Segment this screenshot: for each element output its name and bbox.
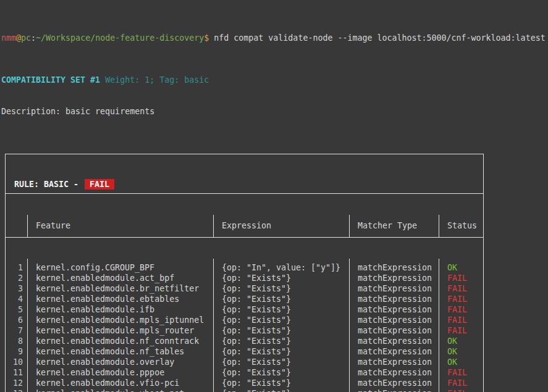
row-number-cell: 11 (6, 367, 27, 378)
status-cell: FAIL (439, 378, 483, 388)
status-cell: FAIL (439, 315, 483, 325)
feature-cell: kernel.config.CGROUP_BPF (28, 262, 213, 273)
expression-cell: {op: "Exists"} (214, 315, 349, 325)
matcher-cell: matchExpression (350, 378, 439, 388)
feature-cell: kernel.enabledmodule.act_bpf (28, 273, 213, 283)
rule-table-basic: RULE: BASIC -FAIL Feature Expression Mat… (5, 154, 484, 392)
expression-cell: {op: "Exists"} (214, 367, 349, 378)
row-number-cell: 1 (6, 262, 27, 273)
expression-cell: {op: "Exists"} (214, 388, 349, 392)
status-cell: FAIL (439, 294, 483, 304)
feature-cell: kernel.enabledmodule.overlay (28, 357, 213, 367)
feature-cell: kernel.enabledmodule.vhost_net (28, 388, 213, 392)
matcher-cell: matchExpression (350, 336, 439, 346)
status-cell: FAIL (439, 273, 483, 283)
feature-cell: kernel.enabledmodule.pppoe (28, 367, 213, 378)
rule-status-badge: FAIL (85, 179, 114, 190)
row-number-cell: 3 (6, 283, 27, 294)
shell-prompt-line: nmm@pc:~/Workspace/node-feature-discover… (1, 33, 548, 43)
row-number-cell: 2 (6, 273, 27, 283)
rule-label: RULE: BASIC - (14, 180, 78, 189)
column-header-row: Feature Expression Matcher Type Status (6, 215, 483, 238)
row-number-cell: 5 (6, 304, 27, 315)
set-1-description: Description: basic requirements (1, 106, 548, 117)
matcher-cell: matchExpression (350, 273, 439, 283)
status-cell: OK (439, 262, 483, 273)
header-cell-expression: Expression (214, 215, 350, 237)
row-number-cell: 8 (6, 336, 27, 346)
prompt-user: nmm (1, 33, 16, 43)
expression-column: {op: "In", value: ["y"]}{op: "Exists"}{o… (214, 259, 350, 392)
matcher-cell: matchExpression (350, 315, 439, 325)
feature-cell: kernel.enabledmodule.nf_conntrack (28, 336, 213, 346)
expression-cell: {op: "Exists"} (214, 294, 349, 304)
status-cell: OK (439, 346, 483, 357)
matcher-cell: matchExpression (350, 304, 439, 315)
expression-cell: {op: "Exists"} (214, 336, 349, 346)
row-number-cell: 13 (6, 388, 27, 392)
status-cell: FAIL (439, 367, 483, 378)
shell-command: nfd compat validate-node --image localho… (209, 33, 545, 43)
expression-cell: {op: "Exists"} (214, 283, 349, 294)
row-number-cell: 10 (6, 357, 27, 367)
matcher-cell: matchExpression (350, 283, 439, 294)
feature-cell: kernel.enabledmodule.mpls_iptunnel (28, 315, 213, 325)
expression-cell: {op: "Exists"} (214, 325, 349, 336)
expression-cell: {op: "In", value: ["y"]} (214, 262, 349, 273)
header-cell-matcher: Matcher Type (350, 215, 439, 237)
row-number-cell: 12 (6, 378, 27, 388)
expression-cell: {op: "Exists"} (214, 378, 349, 388)
status-cell: OK (439, 336, 483, 346)
matcher-cell: matchExpression (350, 294, 439, 304)
prompt-colon: : (31, 33, 36, 43)
status-cell: OK (439, 357, 483, 367)
expression-cell: {op: "Exists"} (214, 357, 349, 367)
row-number-cell: 6 (6, 315, 27, 325)
feature-column: kernel.config.CGROUP_BPFkernel.enabledmo… (28, 259, 214, 392)
row-number-cell: 9 (6, 346, 27, 357)
status-cell: FAIL (439, 325, 483, 336)
feature-cell: kernel.enabledmodule.ebtables (28, 294, 213, 304)
prompt-path: ~/Workspace/node-feature-discovery (36, 33, 204, 43)
matcher-column: matchExpressionmatchExpressionmatchExpre… (350, 259, 439, 392)
table-body-basic: 1234567891011121314151617 kernel.config.… (6, 259, 483, 392)
row-number-cell: 4 (6, 294, 27, 304)
terminal-window[interactable]: nmm@pc:~/Workspace/node-feature-discover… (0, 0, 548, 392)
header-cell-feature: Feature (28, 215, 214, 237)
feature-cell: kernel.enabledmodule.br_netfilter (28, 283, 213, 294)
matcher-cell: matchExpression (350, 357, 439, 367)
feature-cell: kernel.enabledmodule.ifb (28, 304, 213, 315)
expression-cell: {op: "Exists"} (214, 304, 349, 315)
header-cell-num (6, 215, 28, 237)
set-1-heading: COMPATIBILITY SET #1 Weight: 1; Tag: bas… (1, 75, 548, 85)
feature-cell: kernel.enabledmodule.nf_tables (28, 346, 213, 357)
status-cell: FAIL (439, 283, 483, 294)
row-number-column: 1234567891011121314151617 (6, 259, 28, 392)
matcher-cell: matchExpression (350, 346, 439, 357)
prompt-host: pc (21, 33, 31, 43)
feature-cell: kernel.enabledmodule.mpls_router (28, 325, 213, 336)
matcher-cell: matchExpression (350, 388, 439, 392)
row-number-cell: 7 (6, 325, 27, 336)
status-column: OKFAILFAILFAILFAILFAILFAILOKOKOKFAILFAIL… (439, 259, 483, 392)
status-cell: FAIL (439, 304, 483, 315)
matcher-cell: matchExpression (350, 325, 439, 336)
header-cell-status: Status (439, 215, 483, 237)
feature-cell: kernel.enabledmodule.vfio-pci (28, 378, 213, 388)
rule-header-basic: RULE: BASIC -FAIL (6, 175, 483, 194)
expression-cell: {op: "Exists"} (214, 346, 349, 357)
status-cell: FAIL (439, 388, 483, 392)
expression-cell: {op: "Exists"} (214, 273, 349, 283)
set-1-meta: Weight: 1; Tag: basic (100, 75, 209, 85)
matcher-cell: matchExpression (350, 262, 439, 273)
matcher-cell: matchExpression (350, 367, 439, 378)
at-symbol: @ (16, 33, 21, 43)
set-1-title: COMPATIBILITY SET #1 (1, 75, 100, 85)
